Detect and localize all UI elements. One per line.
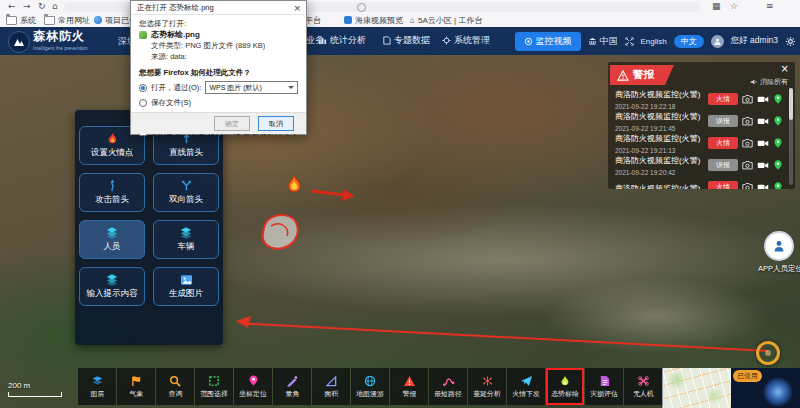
toolbar-range-select[interactable]: 范围选择 bbox=[195, 368, 233, 405]
fullscreen-icon[interactable] bbox=[625, 37, 634, 46]
toolbar-area-measure[interactable]: 面积 bbox=[312, 368, 350, 405]
toolbar-search[interactable]: 查询 bbox=[156, 368, 194, 405]
tool-input-hint[interactable]: 输入提示内容 bbox=[79, 267, 145, 306]
toolbar-layers[interactable]: 图层 bbox=[78, 368, 116, 405]
video-camera-icon[interactable] bbox=[757, 138, 769, 148]
radio-save-file[interactable] bbox=[139, 99, 147, 107]
site-info-icon[interactable] bbox=[357, 3, 366, 12]
home-icon[interactable]: ⌂ bbox=[52, 0, 58, 13]
toolbar-label: 气象 bbox=[129, 389, 143, 398]
monitor-video-button[interactable]: 监控视频 bbox=[515, 32, 581, 51]
toolbar-spread-analysis[interactable]: 蔓延分析 bbox=[468, 368, 506, 405]
location-pin-icon[interactable] bbox=[773, 115, 783, 127]
nav-item-thematic-data[interactable]: 专题数据 bbox=[382, 34, 430, 47]
toolbar-damage-assessment[interactable]: 灾损评估 bbox=[585, 368, 623, 405]
alert-scrollbar[interactable] bbox=[789, 88, 793, 185]
dialog-titlebar[interactable]: 正在打开 态势标绘.png × bbox=[131, 1, 306, 15]
false-alarm-tag-button[interactable]: 误报 bbox=[708, 159, 738, 171]
clear-all-label: 消除所有 bbox=[760, 77, 788, 87]
alert-row[interactable]: 商洛防火视频监控(火警) 火情 bbox=[608, 176, 787, 189]
fire-tag-button[interactable]: 火情 bbox=[708, 137, 738, 149]
alert-row[interactable]: 商洛防火视频监控(火警)2021-09-22 19:21:13 火情 bbox=[608, 132, 787, 154]
toolbar-label: 最短路径 bbox=[434, 389, 462, 398]
open-with-value: WPS 图片 (默认) bbox=[209, 83, 262, 92]
option-save-file[interactable]: 保存文件(S) bbox=[139, 98, 298, 107]
alert-row[interactable]: 商洛防火视频监控(火警)2021-09-22 19:20:42 误报 bbox=[608, 154, 787, 176]
settings-gear-icon[interactable] bbox=[785, 36, 796, 47]
toolbar-weather[interactable]: 气象 bbox=[117, 368, 155, 405]
toolbar-shortest-path[interactable]: 最短路径 bbox=[429, 368, 467, 405]
camera-icon[interactable] bbox=[742, 182, 753, 189]
video-camera-icon[interactable] bbox=[757, 116, 769, 126]
earth-view-tile[interactable]: 已使用 bbox=[731, 368, 800, 408]
location-pin-icon[interactable] bbox=[773, 159, 783, 171]
bookmark-folder-system[interactable]: 系统 bbox=[6, 14, 36, 26]
bookmark-item[interactable]: 海康视频预览 bbox=[344, 14, 403, 26]
avatar[interactable] bbox=[711, 35, 724, 48]
scrollbar-thumb[interactable] bbox=[789, 88, 793, 120]
video-camera-icon[interactable] bbox=[757, 94, 769, 104]
toolbar-coordinate-locate[interactable]: 坐标定位 bbox=[234, 368, 272, 405]
minimap[interactable] bbox=[662, 368, 732, 408]
lang-english[interactable]: English bbox=[641, 37, 667, 46]
extensions-icon[interactable]: ▦ bbox=[712, 0, 721, 13]
video-camera-icon[interactable] bbox=[757, 182, 769, 189]
location-pin-icon[interactable] bbox=[773, 137, 783, 149]
alert-ribbon: 警报 bbox=[610, 65, 674, 85]
menu-icon[interactable]: ≡ bbox=[766, 0, 774, 13]
location-pin-icon[interactable] bbox=[773, 93, 783, 105]
drone-icon bbox=[637, 375, 650, 387]
nav-item-system-management[interactable]: 系统管理 bbox=[442, 34, 490, 47]
alert-close-icon[interactable]: × bbox=[781, 63, 789, 74]
tool-generate-image[interactable]: 生成图片 bbox=[153, 267, 219, 306]
camera-icon[interactable] bbox=[742, 160, 753, 170]
alert-row[interactable]: 商洛防火视频监控(火警)2021-09-22 19:22:18 火情 bbox=[608, 88, 787, 110]
tool-personnel[interactable]: 人员 bbox=[79, 220, 145, 259]
country-selector[interactable]: 中国 bbox=[588, 35, 618, 48]
greeting-label: 您好 admin3 bbox=[731, 35, 778, 47]
clear-all-button[interactable]: 消除所有 bbox=[750, 77, 788, 87]
forward-icon[interactable]: → bbox=[23, 0, 31, 13]
reload-icon[interactable]: ↻ bbox=[38, 0, 46, 13]
app-logo bbox=[8, 31, 30, 53]
radio-open-with[interactable] bbox=[139, 84, 147, 92]
cancel-button[interactable]: 取消 bbox=[258, 116, 294, 131]
locator-circle[interactable] bbox=[764, 231, 794, 261]
bookmark-folder-common[interactable]: 常用网址 bbox=[44, 14, 90, 26]
tool-attack-arrow[interactable]: 攻击箭头 bbox=[79, 173, 145, 212]
location-pin-icon[interactable] bbox=[773, 181, 783, 189]
tool-label: 双向箭头 bbox=[169, 194, 203, 206]
toolbar-situation-plot[interactable]: 态势标绘 bbox=[546, 368, 584, 405]
app-personnel-locator[interactable]: APP人员定位 bbox=[758, 231, 800, 274]
camera-icon[interactable] bbox=[742, 116, 753, 126]
toolbar-drone[interactable]: 无人机 bbox=[624, 368, 662, 405]
toolbar-map-roam[interactable]: 地图漫游 bbox=[351, 368, 389, 405]
fire-tag-button[interactable]: 火情 bbox=[708, 181, 738, 189]
camera-icon[interactable] bbox=[742, 138, 753, 148]
option-open-with[interactable]: 打开，通过(O): WPS 图片 (默认) bbox=[139, 81, 298, 94]
tool-label: 生成图片 bbox=[169, 288, 203, 300]
video-camera-icon[interactable] bbox=[757, 160, 769, 170]
camera-icon[interactable] bbox=[742, 94, 753, 104]
back-icon[interactable]: ← bbox=[8, 0, 16, 13]
ok-button[interactable]: 确定 bbox=[214, 116, 250, 131]
dialog-close-icon[interactable]: × bbox=[293, 3, 301, 13]
bookmark-star-icon[interactable]: ☆ bbox=[730, 0, 738, 13]
alert-row[interactable]: 商洛防火视频监控(火警)2021-09-22 19:21:45 误报 bbox=[608, 110, 787, 132]
compass-locate-icon[interactable] bbox=[756, 341, 780, 365]
open-with-select[interactable]: WPS 图片 (默认) bbox=[205, 81, 298, 94]
tool-double-arrow[interactable]: 双向箭头 bbox=[153, 173, 219, 212]
attack-arrow-icon bbox=[106, 179, 119, 192]
false-alarm-tag-button[interactable]: 误报 bbox=[708, 115, 738, 127]
monitor-icon bbox=[524, 37, 533, 46]
bookmark-item[interactable]: ⌂5A云小区 | 工作台 bbox=[410, 14, 482, 26]
nav-item-statistics[interactable]: 统计分析 bbox=[318, 34, 366, 47]
toolbar-fire-dispatch[interactable]: 火情下发 bbox=[507, 368, 545, 405]
toolbar-angle-measure[interactable]: 量角 bbox=[273, 368, 311, 405]
map-canvas[interactable]: 设置火情点 直线箭头 攻击箭头 双向箭头 人员 车辆 bbox=[0, 55, 800, 408]
toolbar-alarm[interactable]: 警报 bbox=[390, 368, 428, 405]
bookmark-label: 常用网址 bbox=[58, 15, 90, 26]
tool-vehicle[interactable]: 车辆 bbox=[153, 220, 219, 259]
lang-chinese[interactable]: 中文 bbox=[674, 35, 704, 48]
fire-tag-button[interactable]: 火情 bbox=[708, 93, 738, 105]
